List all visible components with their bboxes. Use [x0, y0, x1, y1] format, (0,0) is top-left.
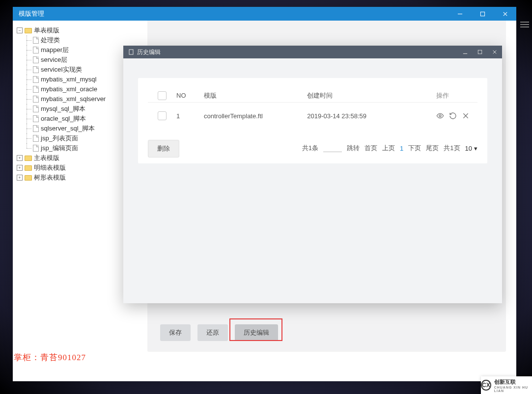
brand-logo: CX 创新互联 CHUANG XIN HU LIAN [481, 376, 532, 394]
tree-label: serviceI实现类 [41, 65, 82, 75]
history-maximize[interactable] [473, 46, 487, 58]
tree-file[interactable]: oracle_sql_脚本 [17, 114, 126, 124]
svg-rect-4 [129, 50, 133, 54]
row-template: controllerTemplate.ftl [204, 112, 307, 120]
expand-icon[interactable]: + [17, 165, 23, 171]
col-no: NO [176, 92, 204, 99]
col-ops: 操作 [436, 91, 477, 100]
pager-next[interactable]: 下页 [408, 144, 421, 153]
file-icon [33, 135, 39, 142]
tree-label: 树形表模版 [34, 173, 66, 183]
pager-jump-input[interactable] [323, 144, 342, 152]
tree-folder[interactable]: +明细表模版 [17, 163, 126, 173]
minimize-button[interactable] [448, 7, 471, 21]
history-dialog: 历史编辑 NO 模版 创建时间 操作 1 contr [123, 46, 502, 303]
tree-file[interactable]: mybatis_xml_sqlserver [17, 94, 126, 104]
folder-icon [25, 175, 32, 181]
tree-label: 处理类 [41, 35, 60, 45]
svg-point-9 [439, 115, 441, 117]
row-no: 1 [176, 112, 204, 120]
tree-file[interactable]: mapper层 [17, 45, 126, 55]
action-row: 保存 还原 历史编辑 [160, 324, 278, 341]
file-icon [33, 56, 39, 63]
tree-file[interactable]: serviceI实现类 [17, 65, 126, 75]
tree-label: mybatis_xml_sqlserver [41, 94, 106, 104]
delete-button[interactable]: 删除 [148, 140, 179, 158]
pager-current: 1 [400, 145, 403, 152]
view-icon[interactable] [436, 112, 444, 120]
restore-icon[interactable] [449, 112, 457, 120]
document-icon [128, 49, 134, 55]
tree-file[interactable]: sqlserver_sql_脚本 [17, 124, 126, 133]
close-button[interactable] [494, 7, 516, 21]
window-buttons [448, 7, 516, 21]
table-header: NO 模版 创建时间 操作 [148, 89, 477, 103]
history-card: NO 模版 创建时间 操作 1 controllerTemplate.ftl 2… [138, 78, 487, 163]
pager-jump[interactable]: 跳转 [347, 144, 360, 153]
tree-file[interactable]: 处理类 [17, 35, 126, 45]
tree-file[interactable]: mybatis_xml_mysql [17, 75, 126, 84]
file-icon [33, 145, 39, 152]
history-minimize[interactable] [458, 46, 473, 58]
folder-icon [25, 28, 32, 33]
col-template: 模版 [204, 91, 307, 100]
tree-label: mybatis_xml_mysql [41, 75, 96, 84]
pager-first[interactable]: 首页 [364, 144, 377, 153]
tree-label: 明细表模版 [34, 163, 66, 173]
expand-icon[interactable]: + [17, 175, 23, 181]
file-icon [33, 66, 39, 73]
file-icon [33, 125, 39, 132]
tree-label: 主表模版 [34, 153, 59, 163]
tree-file[interactable]: jsp_编辑页面 [17, 143, 126, 153]
pager-prev[interactable]: 上页 [382, 144, 395, 153]
save-button[interactable]: 保存 [160, 324, 191, 341]
file-icon [33, 105, 39, 112]
row-created: 2019-03-14 23:58:59 [307, 112, 436, 120]
file-icon [33, 96, 39, 103]
tree-label: mapper层 [41, 45, 69, 55]
folder-icon [25, 165, 32, 171]
tree-label: sqlserver_sql_脚本 [41, 124, 95, 133]
expand-icon[interactable]: + [17, 155, 23, 161]
tree-file[interactable]: jsp_列表页面 [17, 133, 126, 143]
tree-folder[interactable]: +主表模版 [17, 153, 126, 163]
titlebar: 模版管理 [13, 7, 516, 21]
file-icon [33, 47, 39, 53]
col-created: 创建时间 [307, 91, 436, 100]
history-title: 历史编辑 [137, 48, 161, 56]
tree-label: oracle_sql_脚本 [41, 114, 86, 124]
history-button[interactable]: 历史编辑 [235, 324, 278, 341]
tree-file[interactable]: service层 [17, 55, 126, 65]
tree-folder-root[interactable]: − 单表模版 [17, 26, 126, 35]
tree-folder[interactable]: +树形表模版 [17, 173, 126, 183]
tree-file[interactable]: mysql_sql_脚本 [17, 104, 126, 114]
file-icon [33, 76, 39, 83]
svg-rect-1 [480, 12, 484, 16]
tree-label: mysql_sql_脚本 [41, 104, 85, 114]
brand-text: 创新互联 [494, 378, 532, 386]
restore-button[interactable]: 还原 [197, 324, 228, 341]
pager-total: 共1条 [302, 144, 318, 153]
hamburger-menu[interactable] [520, 22, 529, 27]
maximize-button[interactable] [471, 7, 494, 21]
tree-label: jsp_列表页面 [41, 133, 78, 143]
history-close[interactable] [487, 46, 502, 58]
tree-file[interactable]: mybatis_xml_oracle [17, 84, 126, 94]
collapse-icon[interactable]: − [17, 27, 23, 33]
select-all-checkbox[interactable] [158, 91, 167, 100]
tree-label: jsp_编辑页面 [41, 143, 78, 153]
pager-last[interactable]: 尾页 [426, 144, 439, 153]
window-title: 模版管理 [19, 9, 44, 18]
table-row: 1 controllerTemplate.ftl 2019-03-14 23:5… [148, 103, 477, 129]
row-checkbox[interactable] [158, 111, 167, 120]
file-icon [33, 37, 39, 44]
dropdown-icon: ▾ [474, 145, 477, 152]
watermark: 掌柜：青苔901027 [14, 352, 86, 363]
folder-icon [25, 156, 32, 161]
file-icon [33, 86, 39, 93]
tree-label: mybatis_xml_oracle [41, 84, 97, 94]
svg-rect-6 [478, 50, 482, 54]
pager: 共1条 跳转 首页 上页 1 下页 尾页 共1页 10 ▾ [148, 144, 477, 153]
delete-icon[interactable] [462, 112, 470, 120]
page-size-select[interactable]: 10 ▾ [465, 145, 477, 152]
